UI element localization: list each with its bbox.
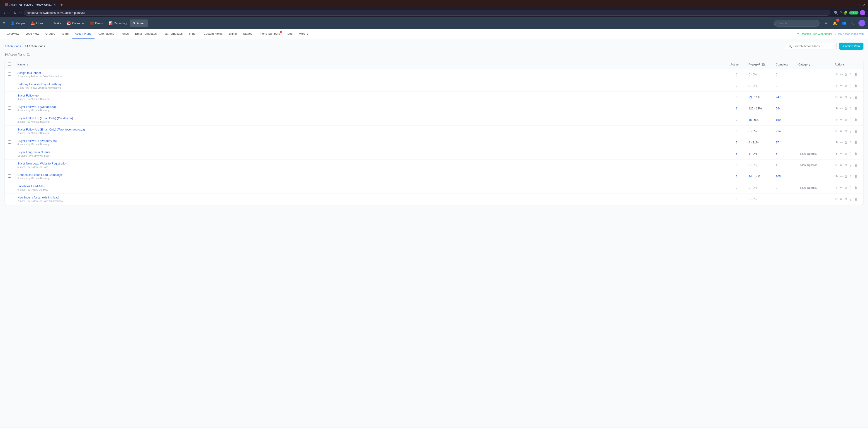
edit-action-icon[interactable]: ✏ — [840, 197, 843, 201]
share-icon[interactable]: ⎙ — [840, 11, 842, 15]
view-action-icon[interactable]: 👁 — [835, 118, 838, 122]
sub-nav-overview[interactable]: Overview — [4, 29, 22, 38]
more-action-icon[interactable]: ⋮ — [849, 174, 852, 178]
tab-close-button[interactable]: ✕ — [54, 3, 56, 6]
plan-name-link[interactable]: Buyer New Lead Website Registration — [18, 162, 724, 165]
more-action-icon[interactable]: ⋮ — [849, 84, 852, 88]
delete-action-icon[interactable]: 🗑 — [854, 118, 858, 122]
extension-icon-1[interactable]: 🧩 — [843, 11, 848, 15]
vpn-badge[interactable]: ● VPN — [849, 11, 859, 14]
sub-nav-groups[interactable]: Groups — [42, 29, 58, 38]
more-action-icon[interactable]: ⋮ — [849, 72, 852, 76]
sub-nav-more[interactable]: More ∨ — [296, 29, 312, 38]
view-action-icon[interactable]: 👁 — [835, 197, 838, 201]
duplicate-action-icon[interactable]: ⧉ — [845, 84, 847, 88]
nav-item-people[interactable]: 👤 People — [8, 20, 28, 27]
more-action-icon[interactable]: ⋮ — [849, 129, 852, 133]
edit-action-icon[interactable]: ✏ — [840, 106, 843, 110]
plan-name-link[interactable]: Buyer Follow Up (Email Only) (Torontocon… — [18, 128, 724, 131]
row-checkbox[interactable] — [8, 197, 11, 200]
engaged-help-icon[interactable]: ? — [762, 63, 765, 66]
sub-nav-email-templates[interactable]: Email Templates — [132, 29, 160, 38]
window-minimize-button[interactable]: ─ — [855, 3, 858, 7]
plan-name-link[interactable]: Buyer Follow Up (Email Only) (Condos.ca) — [18, 117, 724, 120]
promo-text[interactable]: ♥ 2 Months Free with Annual — [797, 32, 832, 36]
search-action-plans-input[interactable] — [794, 44, 834, 48]
more-action-icon[interactable]: ⋮ — [849, 163, 852, 167]
delete-action-icon[interactable]: 🗑 — [854, 152, 858, 156]
new-tab-button[interactable]: + — [59, 2, 64, 7]
nav-item-deals[interactable]: 💼 Deals — [87, 20, 105, 27]
select-all-checkbox[interactable] — [8, 63, 11, 66]
view-action-icon[interactable]: 👁 — [835, 129, 838, 133]
address-input[interactable] — [24, 10, 830, 15]
edit-action-icon[interactable]: ✏ — [840, 186, 843, 190]
more-action-icon[interactable]: ⋮ — [849, 118, 852, 122]
help-link[interactable]: ℹ How Action Plans work — [835, 32, 864, 36]
duplicate-action-icon[interactable]: ⧉ — [845, 197, 847, 201]
row-checkbox[interactable] — [8, 163, 11, 166]
duplicate-action-icon[interactable]: ⧉ — [845, 106, 847, 110]
row-checkbox[interactable] — [8, 118, 11, 121]
row-checkbox[interactable] — [8, 129, 11, 132]
notifications-button[interactable]: 🔔 1 — [831, 20, 839, 27]
row-checkbox[interactable] — [8, 72, 11, 76]
sub-nav-billing[interactable]: Billing — [226, 29, 240, 38]
delete-action-icon[interactable]: 🗑 — [854, 174, 858, 178]
row-checkbox[interactable] — [8, 106, 11, 110]
delete-action-icon[interactable]: 🗑 — [854, 84, 858, 88]
duplicate-action-icon[interactable]: ⧉ — [845, 129, 847, 133]
nav-item-tasks[interactable]: ☰ Tasks — [46, 20, 64, 27]
delete-action-icon[interactable]: 🗑 — [854, 163, 858, 167]
edit-action-icon[interactable]: ✏ — [840, 140, 843, 144]
view-action-icon[interactable]: 👁 — [835, 140, 838, 144]
edit-action-icon[interactable]: ✏ — [840, 72, 843, 76]
more-action-icon[interactable]: ⋮ — [849, 106, 852, 110]
delete-action-icon[interactable]: 🗑 — [854, 186, 858, 190]
sub-nav-stages[interactable]: Stages — [240, 29, 255, 38]
more-action-icon[interactable]: ⋮ — [849, 140, 852, 144]
window-close-button[interactable]: ✕ — [863, 3, 866, 7]
duplicate-action-icon[interactable]: ⧉ — [845, 152, 847, 156]
view-action-icon[interactable]: 👁 — [835, 186, 838, 190]
forward-button[interactable]: › — [7, 10, 10, 15]
user-avatar[interactable] — [859, 20, 865, 27]
edit-action-icon[interactable]: ✏ — [840, 152, 843, 156]
nav-item-admin[interactable]: ⚙ Admin — [130, 20, 148, 27]
delete-action-icon[interactable]: 🗑 — [854, 95, 858, 99]
header-search-input[interactable] — [774, 20, 819, 27]
sub-nav-automations[interactable]: Automations — [95, 29, 117, 38]
search-browser-icon[interactable]: 🔍 — [834, 11, 838, 15]
view-action-icon[interactable]: 👁 — [835, 163, 838, 167]
row-checkbox[interactable] — [8, 186, 11, 189]
edit-action-icon[interactable]: ✏ — [840, 174, 843, 178]
duplicate-action-icon[interactable]: ⧉ — [845, 174, 847, 178]
bookmark-button[interactable]: ☆ — [19, 11, 22, 14]
edit-action-icon[interactable]: ✏ — [840, 129, 843, 133]
more-action-icon[interactable]: ⋮ — [849, 95, 852, 99]
sub-nav-custom-fields[interactable]: Custom Fields — [200, 29, 225, 38]
delete-action-icon[interactable]: 🗑 — [854, 106, 858, 110]
duplicate-action-icon[interactable]: ⧉ — [845, 140, 847, 144]
delete-action-icon[interactable]: 🗑 — [854, 140, 858, 144]
delete-action-icon[interactable]: 🗑 — [854, 197, 858, 201]
phone-button[interactable]: 📞 — [849, 20, 857, 27]
sub-nav-action-plans[interactable]: Action Plans — [72, 29, 95, 38]
plan-name-link[interactable]: New Inquiry for an existing lead — [18, 196, 724, 199]
plan-name-link[interactable]: Buyer Follow Up (Condos.ca) — [18, 105, 724, 108]
window-maximize-button[interactable]: □ — [859, 3, 861, 7]
more-action-icon[interactable]: ⋮ — [849, 197, 852, 201]
breadcrumb-parent[interactable]: Action Plans — [4, 44, 21, 48]
contacts-button[interactable]: 👥 — [840, 20, 847, 27]
duplicate-action-icon[interactable]: ⧉ — [845, 163, 847, 167]
more-action-icon[interactable]: ⋮ — [849, 186, 852, 190]
nav-item-inbox[interactable]: 📥 Inbox — [28, 20, 46, 27]
plan-name-link[interactable]: Assign to a lender — [18, 71, 724, 74]
edit-action-icon[interactable]: ✏ — [840, 163, 843, 167]
plan-name-link[interactable]: Buyer Follow up — [18, 94, 724, 97]
folder-icon[interactable]: 🗂 — [27, 52, 30, 57]
plan-name-link[interactable]: Facebook Lead Ads — [18, 185, 724, 188]
view-action-icon[interactable]: 👁 — [835, 95, 838, 99]
reload-button[interactable]: ↻ — [12, 10, 17, 15]
duplicate-action-icon[interactable]: ⧉ — [845, 95, 847, 99]
